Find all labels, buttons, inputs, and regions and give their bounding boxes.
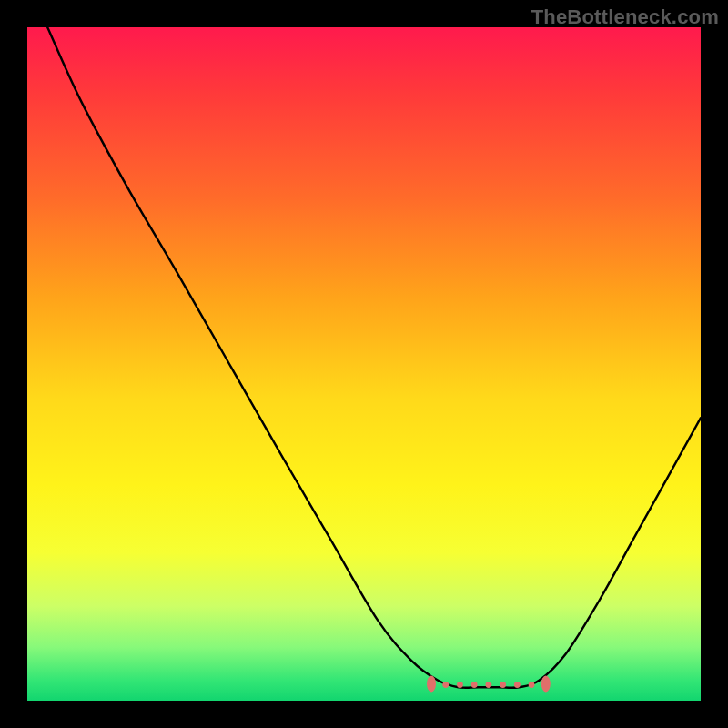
optimal-range-dot [500,682,506,688]
optimal-range-endcap [427,676,436,693]
attribution-watermark: TheBottleneck.com [531,5,719,29]
optimal-range-dot [442,682,449,688]
bottleneck-curve [47,27,701,688]
optimal-range-dot [529,682,535,688]
optimal-range-markers [427,676,551,693]
chart-frame: TheBottleneck.com [0,0,728,728]
optimal-range-dot [486,682,492,688]
chart-overlay [27,27,701,701]
optimal-range-dot [457,682,463,688]
optimal-range-dot [514,682,521,688]
optimal-range-dot [471,682,478,688]
optimal-range-endcap [541,676,551,693]
